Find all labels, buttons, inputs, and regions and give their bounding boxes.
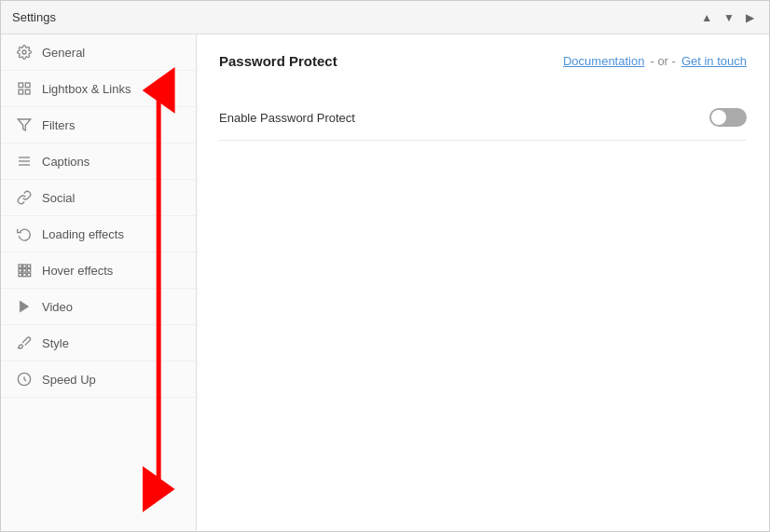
svg-rect-10 — [23, 265, 26, 267]
svg-marker-5 — [18, 119, 30, 130]
or-separator: - or - — [650, 54, 675, 68]
sidebar-label-filters: Filters — [42, 118, 75, 132]
expand-button[interactable]: ▼ — [720, 9, 738, 26]
link-icon — [16, 189, 33, 206]
header-links: Documentation - or - Get in touch — [563, 54, 747, 68]
sidebar-label-social: Social — [42, 191, 75, 205]
sidebar-item-video[interactable]: Video — [1, 289, 196, 325]
svg-rect-4 — [25, 89, 30, 94]
section-title: Password Protect — [219, 53, 337, 69]
refresh-icon — [16, 225, 33, 242]
play-icon — [16, 298, 33, 315]
sidebar-label-captions: Captions — [42, 155, 89, 169]
sidebar-item-captions[interactable]: Captions — [1, 143, 196, 180]
svg-rect-15 — [19, 273, 21, 276]
titlebar: Settings ▲ ▼ ▶ — [1, 1, 769, 34]
detach-button[interactable]: ▶ — [742, 9, 758, 26]
main-panel: Password Protect Documentation - or - Ge… — [197, 34, 769, 531]
sidebar-label-speed-up: Speed Up — [42, 373, 96, 387]
contact-link[interactable]: Get in touch — [681, 54, 747, 68]
sidebar-label-video: Video — [42, 300, 73, 314]
sidebar-item-general[interactable]: General — [1, 34, 196, 71]
gauge-icon — [16, 371, 33, 388]
sidebar-label-style: Style — [42, 336, 69, 350]
svg-rect-16 — [23, 273, 26, 276]
main-header: Password Protect Documentation - or - Ge… — [219, 53, 747, 76]
sidebar-item-loading-effects[interactable]: Loading effects — [1, 216, 196, 252]
grid-small-icon — [16, 262, 33, 279]
svg-rect-14 — [27, 269, 30, 272]
sidebar-item-speed-up[interactable]: Speed Up — [1, 361, 196, 398]
sidebar-label-hover-effects: Hover effects — [42, 264, 113, 278]
brush-icon — [16, 334, 33, 351]
window-title: Settings — [12, 10, 56, 24]
enable-password-label: Enable Password Protect — [219, 111, 355, 125]
sidebar-label-lightbox-links: Lightbox & Links — [42, 82, 131, 96]
svg-marker-18 — [20, 301, 28, 312]
svg-rect-11 — [27, 265, 30, 267]
sidebar-item-lightbox-links[interactable]: Lightbox & Links — [1, 71, 196, 107]
sidebar-item-social[interactable]: Social — [1, 180, 196, 216]
svg-rect-17 — [27, 273, 30, 276]
documentation-link[interactable]: Documentation — [563, 54, 644, 68]
svg-rect-3 — [19, 89, 23, 94]
toggle-knob — [711, 110, 726, 125]
grid-icon — [16, 80, 33, 97]
main-layout: GeneralLightbox & LinksFiltersCaptionsSo… — [1, 34, 769, 531]
sidebar-item-hover-effects[interactable]: Hover effects — [1, 252, 196, 289]
enable-password-toggle[interactable] — [709, 108, 747, 127]
svg-rect-1 — [19, 83, 23, 88]
sidebar-label-general: General — [42, 46, 85, 60]
filter-icon — [16, 116, 33, 133]
window-controls: ▲ ▼ ▶ — [697, 9, 758, 26]
gear-icon — [16, 44, 33, 61]
sidebar-label-loading-effects: Loading effects — [42, 227, 124, 241]
svg-point-0 — [22, 50, 26, 54]
collapse-button[interactable]: ▲ — [697, 9, 716, 26]
sidebar: GeneralLightbox & LinksFiltersCaptionsSo… — [1, 34, 197, 531]
lines-icon — [16, 153, 33, 170]
password-protect-row: Enable Password Protect — [219, 95, 747, 141]
svg-rect-13 — [23, 269, 26, 272]
settings-window: Settings ▲ ▼ ▶ GeneralLightbox & LinksFi… — [0, 0, 770, 532]
sidebar-item-style[interactable]: Style — [1, 325, 196, 361]
sidebar-item-filters[interactable]: Filters — [1, 107, 196, 143]
svg-rect-12 — [19, 269, 21, 272]
svg-rect-9 — [19, 265, 21, 267]
svg-rect-2 — [25, 83, 30, 88]
